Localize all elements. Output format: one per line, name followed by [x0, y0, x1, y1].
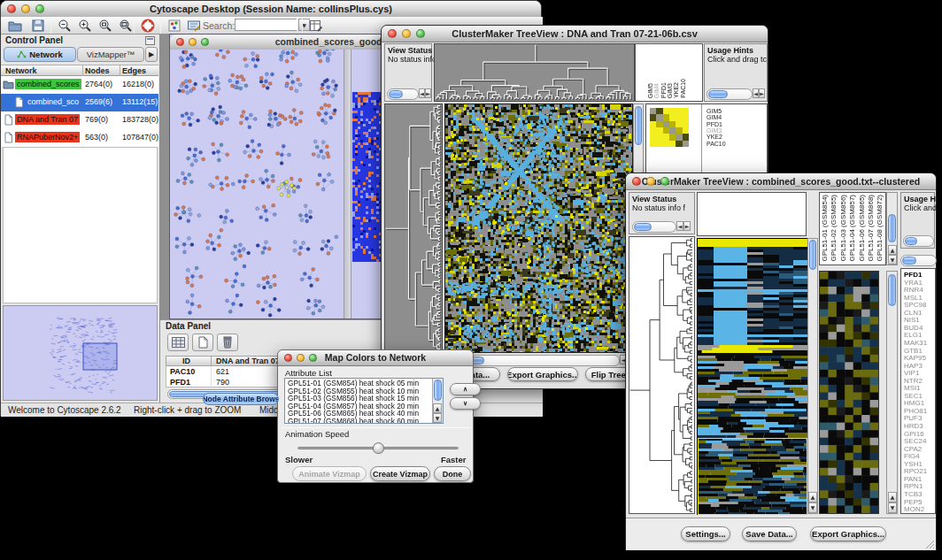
slider-thumb[interactable] — [373, 442, 384, 454]
column-label[interactable]: GPL51-02 (GSM855) — [830, 195, 838, 262]
column-label[interactable]: GPL51-06 (GSM865) — [859, 195, 866, 262]
treeview-button-export-graphics-[interactable]: Export Graphics... — [507, 367, 578, 381]
scroll-left-arrow[interactable]: ◄ — [419, 88, 425, 98]
treeview-button-settings-[interactable]: Settings... — [681, 526, 730, 541]
create-vizmap-button[interactable]: Create Vizmap — [370, 466, 430, 481]
column-label[interactable]: GPL51-07 (GSM868) — [868, 195, 875, 262]
gene-label[interactable]: FIG4 — [904, 453, 920, 460]
treeview-button-export-graphics-[interactable]: Export Graphics... — [810, 526, 886, 541]
delete-attribute-icon[interactable] — [217, 334, 238, 351]
scroll-right-arrow[interactable]: ► — [683, 221, 691, 231]
gene-label[interactable]: SEC24 — [904, 438, 926, 445]
scrollbar-thumb[interactable] — [635, 106, 642, 145]
search-input[interactable] — [236, 19, 297, 30]
column-label[interactable]: GPL51-03 (GSM856) — [840, 195, 847, 262]
minimize-button[interactable] — [646, 177, 655, 186]
row-dendrogram[interactable] — [384, 104, 443, 351]
attribute-list-vscrollbar[interactable]: ▲ ▼ — [432, 379, 443, 423]
column-label[interactable]: GPL51-01 (GSM854) — [822, 195, 829, 262]
dialog-titlebar[interactable]: Map Colors to Network — [278, 350, 473, 366]
resize-grip[interactable] — [924, 539, 935, 549]
float-panel-icon[interactable] — [145, 36, 155, 45]
attribute-list[interactable]: GPL51-01 (GSM854) heat shock 05 minGPL51… — [284, 378, 444, 424]
scroll-down-arrow[interactable]: ▼ — [888, 502, 897, 513]
attribute-list-item[interactable]: GPL51-03 (GSM856) heat shock 15 min — [285, 395, 431, 403]
gene-label[interactable]: SPC98 — [904, 302, 926, 309]
scroll-down-arrow[interactable]: ▼ — [808, 502, 817, 513]
annotation-icon[interactable] — [185, 17, 203, 35]
node-attribute-browser-tab[interactable]: Node Attribute Brows — [203, 393, 279, 405]
scroll-left-arrow[interactable]: ◄ — [676, 221, 683, 231]
gene-label[interactable]: MON2 — [904, 506, 924, 513]
network-table-row[interactable]: combined_sco2569(6)13112(15) — [1, 94, 158, 111]
save-session-icon[interactable] — [29, 17, 47, 35]
scrollbar-thumb[interactable] — [809, 240, 816, 270]
minimize-button[interactable] — [297, 354, 305, 362]
tab-vizmapper[interactable]: VizMapper™ — [77, 47, 144, 62]
main-window-titlebar[interactable]: Cytoscape Desktop (Session Name: collins… — [1, 1, 541, 18]
column-dendrogram[interactable] — [434, 43, 635, 102]
column-label[interactable]: GPL51-08 (GSM872) — [876, 195, 884, 262]
scroll-up-arrow[interactable]: ▲ — [888, 245, 897, 255]
tab-overflow-arrow[interactable]: ▶ — [145, 47, 158, 62]
minimize-button[interactable] — [189, 38, 197, 46]
col-edges[interactable]: Edges — [122, 66, 146, 75]
zoom-out-icon[interactable] — [56, 17, 73, 35]
row-dendrogram[interactable] — [629, 236, 695, 514]
view-status-hscrollbar[interactable] — [632, 221, 676, 233]
heatmap-main[interactable] — [697, 238, 807, 515]
attribute-list-item[interactable]: GPL51-02 (GSM855) heat shock 10 min — [285, 387, 431, 395]
close-button[interactable] — [176, 38, 184, 46]
open-session-icon[interactable] — [6, 17, 24, 35]
scrollbar-thumb[interactable] — [888, 214, 896, 242]
col-nodes[interactable]: Nodes — [85, 66, 110, 75]
zoom-button[interactable] — [660, 177, 669, 186]
attribute-editor-icon[interactable] — [307, 17, 325, 35]
move-down-button[interactable]: ∨ — [450, 397, 481, 410]
usage-hints-hscrollbar[interactable] — [706, 88, 753, 100]
zoom-view-vscrollbar[interactable]: ▲ ▼ — [886, 271, 898, 514]
gene-label[interactable]: HRD3 — [904, 423, 923, 430]
network-overview-panel[interactable] — [3, 305, 158, 401]
scroll-left-arrow[interactable]: ◄ — [753, 88, 759, 98]
attribute-list-item[interactable]: GPL51-06 (GSM865) heat shock 40 min — [285, 410, 431, 418]
heatmap-vscrollbar[interactable]: ▲ ▼ — [807, 238, 818, 514]
vizmap-palette-icon[interactable] — [166, 17, 183, 35]
gene-label[interactable]: VIP1 — [904, 370, 919, 377]
zoom-button[interactable] — [35, 4, 44, 13]
heatmap-main[interactable] — [444, 104, 633, 353]
tab-network[interactable]: Network — [4, 47, 76, 62]
close-button[interactable] — [388, 29, 397, 38]
scroll-down-arrow[interactable]: ▼ — [433, 413, 442, 423]
view-status-hscrollbar[interactable] — [387, 88, 419, 100]
attribute-list-item[interactable]: GPL51-01 (GSM854) heat shock 05 min — [285, 380, 431, 387]
minimize-button[interactable] — [402, 29, 411, 38]
animation-speed-slider[interactable] — [297, 442, 459, 455]
animate-vizmap-button[interactable]: Animate Vizmap — [292, 466, 367, 481]
table-grid-icon[interactable] — [167, 334, 189, 351]
move-up-button[interactable]: ∧ — [450, 383, 481, 395]
close-button[interactable] — [7, 4, 16, 13]
zoom-button[interactable] — [416, 29, 425, 38]
gene-label[interactable]: PFD1 — [904, 272, 922, 279]
close-button[interactable] — [284, 354, 292, 362]
zoom-button[interactable] — [201, 38, 209, 46]
help-icon[interactable] — [139, 17, 157, 35]
treeview-button-save-data-[interactable]: Save Data... — [742, 526, 797, 541]
gene-labels-hscrollbar[interactable] — [900, 255, 937, 266]
id-column-header[interactable]: ID — [182, 357, 190, 365]
scroll-up-arrow[interactable]: ▲ — [888, 492, 897, 502]
zoom-selected-region-icon[interactable] — [97, 17, 114, 35]
treeview-combined-titlebar[interactable]: ClusterMaker TreeView : combined_scores_… — [626, 173, 936, 190]
usage-hints-hscrollbar[interactable] — [903, 235, 934, 247]
gene-label[interactable]: KAP95 — [904, 355, 926, 362]
gene-label[interactable]: RNR4 — [904, 287, 923, 294]
heatmap-zoom-view[interactable] — [819, 271, 879, 514]
gene-label[interactable]: TCB3 — [904, 491, 922, 498]
network-table-row[interactable]: combined_scores2764(0)16218(0) — [1, 76, 158, 94]
attribute-list-item[interactable]: GPL51-04 (GSM857) heat shock 20 min — [285, 403, 431, 410]
scroll-up-arrow[interactable]: ▲ — [808, 492, 817, 502]
scroll-up-arrow[interactable]: ▲ — [433, 403, 442, 413]
zoom-matrix[interactable] — [650, 108, 689, 147]
col-network[interactable]: Network — [5, 66, 37, 75]
